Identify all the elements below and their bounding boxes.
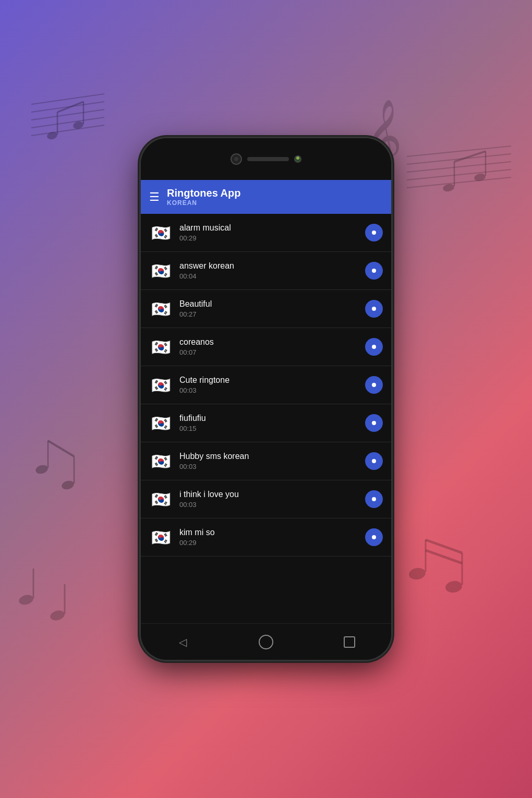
svg-line-29 bbox=[454, 151, 486, 162]
svg-point-17 bbox=[49, 609, 66, 622]
camera-area bbox=[231, 153, 301, 165]
svg-point-32 bbox=[444, 579, 463, 594]
svg-line-4 bbox=[31, 125, 104, 136]
recents-button[interactable] bbox=[339, 632, 360, 652]
ringtone-name: Cute ringtone bbox=[179, 376, 358, 385]
svg-point-10 bbox=[34, 464, 49, 475]
ringtone-duration: 00:03 bbox=[179, 386, 358, 394]
phone-top-bar bbox=[141, 138, 391, 180]
ringtone-info: Cute ringtone 00:03 bbox=[179, 376, 358, 394]
ringtone-item[interactable]: 🇰🇷 Beautiful 00:27 bbox=[141, 290, 391, 328]
ringtone-name: Beautiful bbox=[179, 299, 358, 309]
play-button[interactable] bbox=[365, 490, 383, 508]
svg-line-23 bbox=[407, 170, 511, 180]
ringtone-item[interactable]: 🇰🇷 Hubby sms korean 00:03 bbox=[141, 442, 391, 480]
flag-icon: 🇰🇷 bbox=[149, 412, 172, 434]
ringtone-name: coreanos bbox=[179, 337, 358, 347]
ringtone-info: Hubby sms korean 00:03 bbox=[179, 452, 358, 470]
play-button[interactable] bbox=[365, 452, 383, 470]
svg-point-5 bbox=[46, 131, 58, 141]
recents-square-icon bbox=[344, 636, 355, 648]
header-text: Ringtones App KOREAN bbox=[167, 187, 240, 207]
svg-line-0 bbox=[31, 94, 104, 104]
svg-line-21 bbox=[407, 154, 511, 164]
front-camera bbox=[231, 153, 242, 165]
ringtone-duration: 00:15 bbox=[179, 425, 358, 432]
svg-line-24 bbox=[407, 177, 511, 188]
svg-point-15 bbox=[18, 594, 34, 607]
svg-line-22 bbox=[407, 162, 511, 172]
ringtone-item[interactable]: 🇰🇷 kim mi so 00:29 bbox=[141, 518, 391, 557]
speaker bbox=[247, 157, 289, 161]
ringtone-name: Hubby sms korean bbox=[179, 452, 358, 461]
flag-icon: 🇰🇷 bbox=[149, 259, 172, 282]
ringtone-duration: 00:29 bbox=[179, 234, 358, 242]
play-dot-icon bbox=[372, 269, 376, 273]
svg-point-25 bbox=[442, 183, 455, 192]
play-dot-icon bbox=[372, 231, 376, 235]
hamburger-menu-icon[interactable]: ☰ bbox=[149, 190, 160, 204]
svg-point-30 bbox=[408, 566, 426, 581]
svg-line-35 bbox=[426, 550, 462, 563]
play-button[interactable] bbox=[365, 262, 383, 280]
flag-icon: 🇰🇷 bbox=[149, 373, 172, 396]
play-button[interactable] bbox=[365, 338, 383, 356]
flag-icon: 🇰🇷 bbox=[149, 488, 172, 511]
ringtone-name: fiufiufiu bbox=[179, 414, 358, 423]
svg-line-20 bbox=[407, 146, 511, 156]
ringtone-item[interactable]: 🇰🇷 i think i love you 00:03 bbox=[141, 480, 391, 518]
svg-point-12 bbox=[61, 479, 75, 491]
play-dot-icon bbox=[372, 307, 376, 311]
ringtone-list: 🇰🇷 alarm musical 00:29 🇰🇷 answer korean … bbox=[141, 214, 391, 623]
play-button[interactable] bbox=[365, 528, 383, 546]
ringtone-item[interactable]: 🇰🇷 Cute ringtone 00:03 bbox=[141, 366, 391, 404]
app-title: Ringtones App bbox=[167, 187, 240, 199]
home-button[interactable] bbox=[256, 632, 276, 652]
play-dot-icon bbox=[372, 383, 376, 387]
ringtone-info: alarm musical 00:29 bbox=[179, 223, 358, 242]
play-dot-icon bbox=[372, 459, 376, 463]
flag-icon: 🇰🇷 bbox=[149, 450, 172, 473]
ringtone-name: kim mi so bbox=[179, 528, 358, 537]
svg-line-3 bbox=[31, 117, 104, 128]
svg-line-2 bbox=[31, 110, 104, 120]
camera-sensor bbox=[294, 155, 301, 163]
svg-line-1 bbox=[31, 102, 104, 112]
play-button[interactable] bbox=[365, 414, 383, 432]
svg-line-9 bbox=[57, 102, 83, 112]
play-button[interactable] bbox=[365, 224, 383, 241]
ringtone-item[interactable]: 🇰🇷 coreanos 00:07 bbox=[141, 328, 391, 366]
ringtone-info: answer korean 00:04 bbox=[179, 261, 358, 280]
ringtone-duration: 00:03 bbox=[179, 463, 358, 470]
svg-line-34 bbox=[426, 540, 462, 553]
ringtone-name: answer korean bbox=[179, 261, 358, 271]
svg-point-7 bbox=[72, 120, 84, 130]
ringtone-duration: 00:27 bbox=[179, 310, 358, 318]
svg-point-27 bbox=[474, 173, 486, 182]
ringtone-item[interactable]: 🇰🇷 alarm musical 00:29 bbox=[141, 214, 391, 252]
ringtone-info: i think i love you 00:03 bbox=[179, 490, 358, 509]
ringtone-name: i think i love you bbox=[179, 490, 358, 499]
ringtone-item[interactable]: 🇰🇷 fiufiufiu 00:15 bbox=[141, 404, 391, 442]
app-subtitle: KOREAN bbox=[167, 199, 240, 207]
play-button[interactable] bbox=[365, 376, 383, 394]
app-header: ☰ Ringtones App KOREAN bbox=[141, 180, 391, 214]
ringtone-duration: 00:29 bbox=[179, 539, 358, 547]
ringtone-info: coreanos 00:07 bbox=[179, 337, 358, 356]
ringtone-duration: 00:03 bbox=[179, 501, 358, 509]
phone-frame: ☰ Ringtones App KOREAN 🇰🇷 alarm musical … bbox=[141, 138, 391, 660]
play-dot-icon bbox=[372, 345, 376, 349]
play-dot-icon bbox=[372, 535, 376, 539]
ringtone-info: kim mi so 00:29 bbox=[179, 528, 358, 547]
ringtone-name: alarm musical bbox=[179, 223, 358, 233]
play-button[interactable] bbox=[365, 300, 383, 318]
ringtone-info: fiufiufiu 00:15 bbox=[179, 414, 358, 432]
flag-icon: 🇰🇷 bbox=[149, 297, 172, 320]
ringtone-duration: 00:07 bbox=[179, 348, 358, 356]
back-button[interactable]: ◁ bbox=[172, 632, 193, 652]
home-circle-icon bbox=[259, 635, 273, 649]
svg-line-14 bbox=[48, 441, 74, 456]
flag-icon: 🇰🇷 bbox=[149, 335, 172, 358]
flag-icon: 🇰🇷 bbox=[149, 526, 172, 549]
ringtone-item[interactable]: 🇰🇷 answer korean 00:04 bbox=[141, 252, 391, 290]
